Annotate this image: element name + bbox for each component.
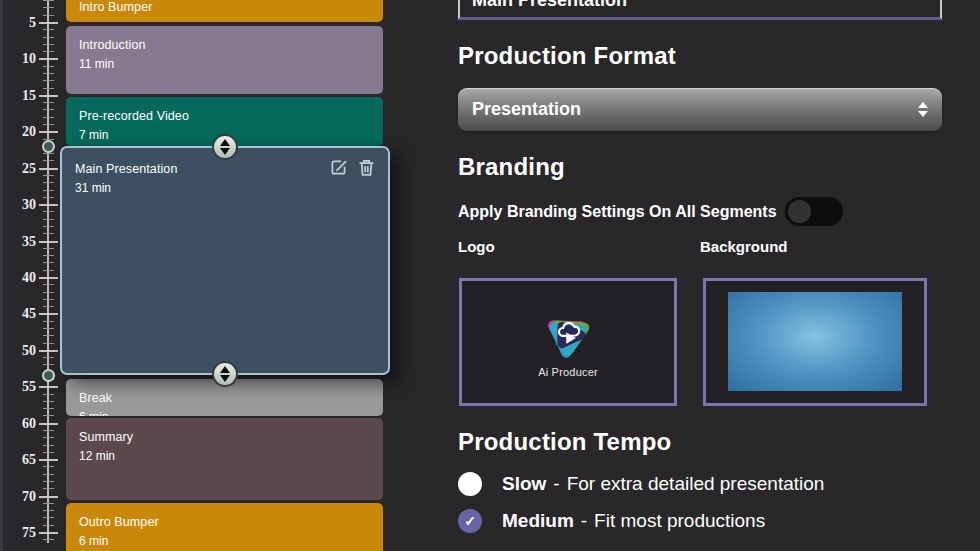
segment-resize-handle-top[interactable] — [212, 134, 238, 160]
production-format-heading: Production Format — [458, 42, 676, 70]
apply-branding-label: Apply Branding Settings On All Segments — [458, 203, 777, 221]
timeline-segment-summary[interactable]: Summary12 min — [66, 418, 383, 500]
segment-title: Introduction — [79, 38, 370, 52]
segment-duration: 6 min — [79, 534, 370, 548]
radio-slow[interactable] — [458, 472, 482, 496]
tempo-option-slow-text: Slow-For extra detailed presentation — [502, 473, 824, 495]
segment-duration: 12 min — [79, 449, 370, 463]
segment-title: Break — [79, 391, 370, 405]
background-preview[interactable] — [703, 278, 927, 406]
tempo-option-medium-text: Medium-Fit most productions — [502, 510, 765, 532]
segment-title: Summary — [79, 430, 370, 444]
tempo-name: Medium — [502, 510, 574, 531]
ai-producer-logo-icon — [540, 307, 596, 363]
timeline-segment-outro-bumper[interactable]: Outro Bumper6 min — [66, 503, 383, 551]
timeline-segment-intro-bumper[interactable]: Intro Bumper — [66, 0, 383, 22]
edit-segment-icon[interactable] — [328, 157, 349, 178]
segment-end-marker — [42, 369, 55, 382]
dash-separator: - — [581, 510, 587, 531]
timeline-panel: 51015202530354045505560657075 Intro Bump… — [0, 0, 440, 551]
logo-caption: Ai Producer — [538, 366, 598, 378]
background-image — [728, 292, 902, 391]
segment-list: Intro BumperIntroduction11 minPre-record… — [0, 0, 440, 551]
segment-duration: 31 min — [75, 181, 375, 195]
segment-duration: 6 min — [79, 410, 370, 416]
segment-title: Intro Bumper — [79, 0, 370, 14]
segment-start-marker — [42, 140, 55, 153]
tempo-option-slow[interactable]: Slow-For extra detailed presentation — [458, 472, 824, 496]
production-format-select[interactable]: Presentation — [458, 88, 942, 131]
chevron-up-down-icon — [918, 102, 928, 117]
segment-resize-handle-bottom[interactable] — [212, 361, 238, 387]
logo-preview[interactable]: Ai Producer — [459, 278, 677, 406]
radio-medium[interactable]: ✓ — [458, 509, 482, 533]
toggle-knob — [788, 200, 811, 223]
tempo-description: For extra detailed presentation — [567, 473, 825, 494]
delete-segment-icon[interactable] — [356, 157, 377, 178]
tempo-option-medium[interactable]: ✓ Medium-Fit most productions — [458, 509, 765, 533]
background-label: Background — [700, 238, 788, 255]
branding-heading: Branding — [458, 153, 565, 181]
timeline-segment-main-presentation[interactable]: Main Presentation31 min — [60, 146, 390, 375]
apply-branding-toggle[interactable] — [785, 197, 843, 226]
production-format-value: Presentation — [472, 99, 581, 120]
segment-name-input[interactable] — [458, 0, 942, 20]
segment-title: Pre-recorded Video — [79, 109, 370, 123]
segment-title: Outro Bumper — [79, 515, 370, 529]
segment-duration: 11 min — [79, 57, 370, 71]
dash-separator: - — [553, 473, 559, 494]
tempo-description: Fit most productions — [594, 510, 765, 531]
tempo-name: Slow — [502, 473, 546, 494]
logo-label: Logo — [458, 238, 495, 255]
timeline-segment-introduction[interactable]: Introduction11 min — [66, 26, 383, 94]
production-tempo-heading: Production Tempo — [458, 428, 671, 456]
